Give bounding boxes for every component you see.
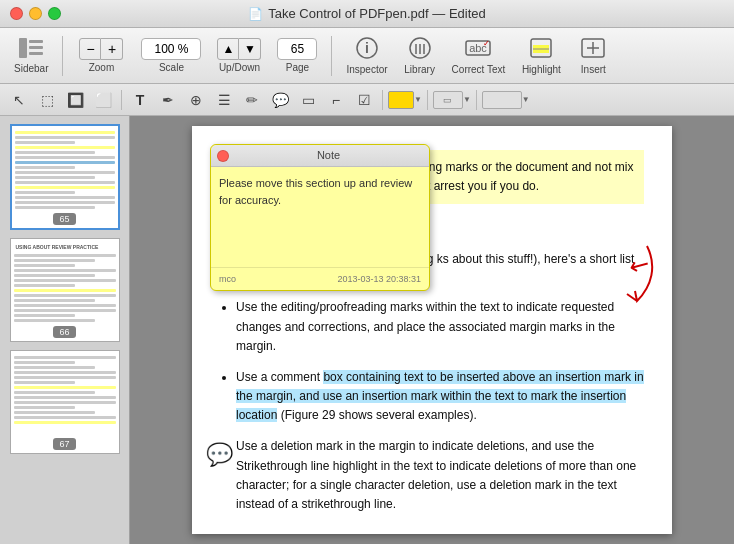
content-area[interactable]: Note Please move this section up and rev… (130, 116, 734, 544)
thumb-line (15, 196, 115, 199)
scale-input[interactable] (141, 38, 201, 60)
t2-sep-2 (382, 90, 383, 110)
window-controls[interactable] (10, 7, 61, 20)
zoom-out-button[interactable]: − (79, 38, 101, 60)
thumb-line (14, 299, 96, 302)
page-down-button[interactable]: ▼ (239, 38, 261, 60)
page-number-66: 66 (53, 326, 75, 338)
text-tool[interactable]: T (127, 88, 153, 112)
correct-text-icon: abc ✓ (464, 37, 492, 62)
opacity-dropdown-arrow[interactable]: ▼ (463, 95, 471, 104)
thumb-line (14, 289, 116, 292)
rect-tool[interactable]: ▭ (295, 88, 321, 112)
page-up-button[interactable]: ▲ (217, 38, 239, 60)
pencil-tool[interactable]: ✏ (239, 88, 265, 112)
document-icon: 📄 (248, 7, 263, 21)
titlebar: 📄 Take Control of PDFpen.pdf — Edited (0, 0, 734, 28)
speech-bubble-tool[interactable]: 💬 (267, 88, 293, 112)
note-titlebar: Note (211, 145, 429, 167)
highlight-button[interactable]: Highlight (515, 33, 567, 79)
thumb-line (14, 319, 96, 322)
thumb-line (14, 361, 75, 364)
crop-tool[interactable]: ⬜ (90, 88, 116, 112)
inspector-button[interactable]: i Inspector (340, 33, 393, 79)
thumb-line (14, 304, 116, 307)
stamp-tool[interactable]: 🔲 (62, 88, 88, 112)
page-thumb-67[interactable]: 67 (10, 350, 120, 454)
comment-icon: 💬 (206, 437, 233, 472)
opacity-control[interactable]: ▭ (433, 91, 463, 109)
t2-sep-1 (121, 90, 122, 110)
thumb-line (15, 206, 95, 209)
thumb-line (15, 141, 75, 144)
thumb-line (15, 186, 115, 189)
close-button[interactable] (10, 7, 23, 20)
sidebar-button[interactable]: Sidebar (8, 34, 54, 78)
svg-text:✓: ✓ (483, 39, 490, 48)
secondary-toolbar: ↖ ⬚ 🔲 ⬜ T ✒ ⊕ ☰ ✏ 💬 ▭ ⌐ ☑ ▼ ▭ ▼ ▼ (0, 84, 734, 116)
sidebar-label: Sidebar (14, 63, 48, 74)
page-input[interactable] (277, 38, 317, 60)
thumb-line (14, 264, 75, 267)
line-dropdown-arrow[interactable]: ▼ (522, 95, 530, 104)
line-style-control[interactable] (482, 91, 522, 109)
bracket-tool[interactable]: ⌐ (323, 88, 349, 112)
select-tool[interactable]: ⬚ (34, 88, 60, 112)
maximize-button[interactable] (48, 7, 61, 20)
thumb-heading: USING ABOUT REVIEW PRACTICE (14, 242, 116, 252)
bullet-item-2: Use a comment box containing text to be … (236, 368, 644, 426)
highlight-label: Highlight (522, 64, 561, 75)
thumb-line (15, 146, 115, 149)
page-thumb-65[interactable]: 65 (10, 124, 120, 230)
thumb-line (15, 131, 115, 134)
thumb-line (14, 274, 96, 277)
color-dropdown-arrow[interactable]: ▼ (414, 95, 422, 104)
t2-sep-3 (427, 90, 428, 110)
thumb-line (14, 421, 116, 424)
minimize-button[interactable] (29, 7, 42, 20)
thumb-line (14, 401, 116, 404)
library-button[interactable]: Library (398, 33, 442, 79)
insert-label: Insert (581, 64, 606, 75)
thumb-line (14, 381, 75, 384)
bullet-item-3: 💬 Use a deletion mark in the margin to i… (236, 437, 644, 514)
insert-button[interactable]: Insert (571, 33, 615, 79)
correction-tool[interactable]: ⊕ (183, 88, 209, 112)
thumb-line (15, 201, 115, 204)
page-group: Page (271, 34, 323, 77)
updown-group[interactable]: ▲ ▼ Up/Down (211, 34, 267, 77)
library-label: Library (404, 64, 435, 75)
note-text: Please move this section up and review f… (219, 175, 421, 208)
scale-group: Scale (135, 34, 207, 77)
correct-text-label: Correct Text (452, 64, 506, 75)
updown-label: Up/Down (219, 62, 260, 73)
thumb-line (14, 254, 116, 257)
note-popup[interactable]: Note Please move this section up and rev… (210, 144, 430, 291)
zoom-in-button[interactable]: + (101, 38, 123, 60)
correct-text-button[interactable]: abc ✓ Correct Text (446, 33, 512, 79)
svg-rect-2 (29, 46, 43, 49)
page-number-67: 67 (53, 438, 75, 450)
pen-tool[interactable]: ✒ (155, 88, 181, 112)
thumb-line (14, 406, 75, 409)
page-label: Page (286, 62, 309, 73)
thumb-line (14, 279, 116, 282)
zoom-group[interactable]: − + Zoom (71, 34, 131, 77)
svg-rect-1 (29, 40, 43, 43)
check-tool[interactable]: ☑ (351, 88, 377, 112)
sidebar: 65 USING ABOUT REVIEW PRACTICE (0, 116, 130, 544)
highlight-icon (529, 37, 553, 62)
thumb-line (14, 356, 116, 359)
page-thumb-66[interactable]: USING ABOUT REVIEW PRACTICE 66 (10, 238, 120, 342)
t2-sep-4 (476, 90, 477, 110)
note-body: Please move this section up and review f… (211, 167, 429, 267)
note-title: Note (234, 147, 423, 165)
arrow-svg (597, 236, 657, 316)
note-close-button[interactable] (217, 150, 229, 162)
arrow-tool[interactable]: ↖ (6, 88, 32, 112)
separator-2 (331, 36, 332, 76)
thumb-line (14, 396, 116, 399)
list-tool[interactable]: ☰ (211, 88, 237, 112)
note-user: mco (219, 272, 236, 286)
color-swatch[interactable] (388, 91, 414, 109)
